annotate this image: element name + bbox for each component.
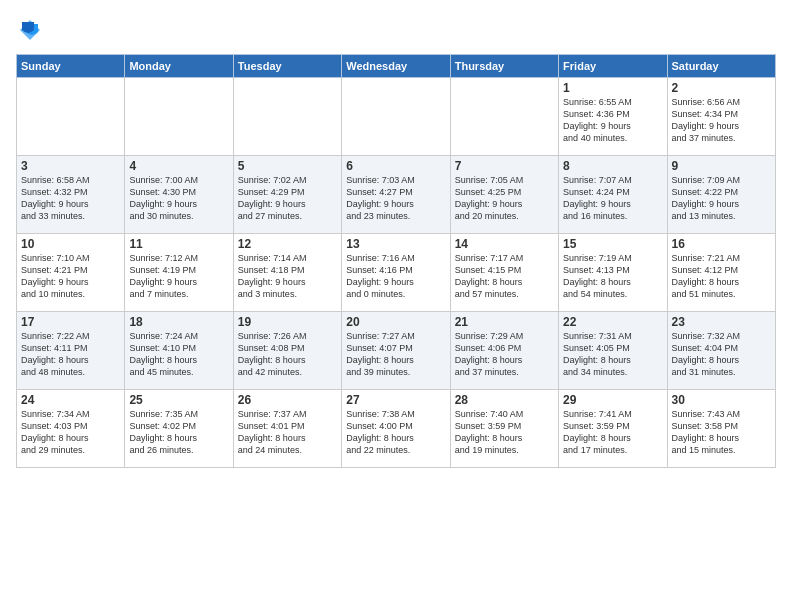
day-cell: 12Sunrise: 7:14 AM Sunset: 4:18 PM Dayli… xyxy=(233,234,341,312)
day-info: Sunrise: 7:35 AM Sunset: 4:02 PM Dayligh… xyxy=(129,408,228,457)
day-number: 11 xyxy=(129,237,228,251)
day-cell: 25Sunrise: 7:35 AM Sunset: 4:02 PM Dayli… xyxy=(125,390,233,468)
weekday-monday: Monday xyxy=(125,55,233,78)
day-cell: 14Sunrise: 7:17 AM Sunset: 4:15 PM Dayli… xyxy=(450,234,558,312)
day-info: Sunrise: 7:03 AM Sunset: 4:27 PM Dayligh… xyxy=(346,174,445,223)
week-row-1: 1Sunrise: 6:55 AM Sunset: 4:36 PM Daylig… xyxy=(17,78,776,156)
day-cell: 15Sunrise: 7:19 AM Sunset: 4:13 PM Dayli… xyxy=(559,234,667,312)
day-info: Sunrise: 7:05 AM Sunset: 4:25 PM Dayligh… xyxy=(455,174,554,223)
day-info: Sunrise: 7:32 AM Sunset: 4:04 PM Dayligh… xyxy=(672,330,771,379)
day-info: Sunrise: 6:58 AM Sunset: 4:32 PM Dayligh… xyxy=(21,174,120,223)
day-info: Sunrise: 7:34 AM Sunset: 4:03 PM Dayligh… xyxy=(21,408,120,457)
day-info: Sunrise: 7:17 AM Sunset: 4:15 PM Dayligh… xyxy=(455,252,554,301)
day-cell: 17Sunrise: 7:22 AM Sunset: 4:11 PM Dayli… xyxy=(17,312,125,390)
day-info: Sunrise: 7:22 AM Sunset: 4:11 PM Dayligh… xyxy=(21,330,120,379)
day-cell: 30Sunrise: 7:43 AM Sunset: 3:58 PM Dayli… xyxy=(667,390,775,468)
day-cell: 5Sunrise: 7:02 AM Sunset: 4:29 PM Daylig… xyxy=(233,156,341,234)
day-info: Sunrise: 7:02 AM Sunset: 4:29 PM Dayligh… xyxy=(238,174,337,223)
day-number: 26 xyxy=(238,393,337,407)
day-cell: 20Sunrise: 7:27 AM Sunset: 4:07 PM Dayli… xyxy=(342,312,450,390)
day-info: Sunrise: 6:55 AM Sunset: 4:36 PM Dayligh… xyxy=(563,96,662,145)
day-cell: 26Sunrise: 7:37 AM Sunset: 4:01 PM Dayli… xyxy=(233,390,341,468)
day-number: 2 xyxy=(672,81,771,95)
day-cell: 4Sunrise: 7:00 AM Sunset: 4:30 PM Daylig… xyxy=(125,156,233,234)
weekday-sunday: Sunday xyxy=(17,55,125,78)
day-cell: 22Sunrise: 7:31 AM Sunset: 4:05 PM Dayli… xyxy=(559,312,667,390)
day-info: Sunrise: 7:26 AM Sunset: 4:08 PM Dayligh… xyxy=(238,330,337,379)
day-info: Sunrise: 7:16 AM Sunset: 4:16 PM Dayligh… xyxy=(346,252,445,301)
day-info: Sunrise: 7:19 AM Sunset: 4:13 PM Dayligh… xyxy=(563,252,662,301)
day-number: 7 xyxy=(455,159,554,173)
day-cell: 16Sunrise: 7:21 AM Sunset: 4:12 PM Dayli… xyxy=(667,234,775,312)
day-info: Sunrise: 7:12 AM Sunset: 4:19 PM Dayligh… xyxy=(129,252,228,301)
day-cell: 28Sunrise: 7:40 AM Sunset: 3:59 PM Dayli… xyxy=(450,390,558,468)
day-number: 13 xyxy=(346,237,445,251)
day-cell xyxy=(450,78,558,156)
day-info: Sunrise: 7:24 AM Sunset: 4:10 PM Dayligh… xyxy=(129,330,228,379)
day-cell: 10Sunrise: 7:10 AM Sunset: 4:21 PM Dayli… xyxy=(17,234,125,312)
day-number: 21 xyxy=(455,315,554,329)
day-cell xyxy=(125,78,233,156)
day-cell: 3Sunrise: 6:58 AM Sunset: 4:32 PM Daylig… xyxy=(17,156,125,234)
day-cell: 7Sunrise: 7:05 AM Sunset: 4:25 PM Daylig… xyxy=(450,156,558,234)
day-cell: 9Sunrise: 7:09 AM Sunset: 4:22 PM Daylig… xyxy=(667,156,775,234)
day-info: Sunrise: 7:09 AM Sunset: 4:22 PM Dayligh… xyxy=(672,174,771,223)
day-number: 24 xyxy=(21,393,120,407)
day-number: 25 xyxy=(129,393,228,407)
day-number: 28 xyxy=(455,393,554,407)
day-number: 22 xyxy=(563,315,662,329)
page: SundayMondayTuesdayWednesdayThursdayFrid… xyxy=(0,0,792,612)
day-cell: 18Sunrise: 7:24 AM Sunset: 4:10 PM Dayli… xyxy=(125,312,233,390)
day-info: Sunrise: 6:56 AM Sunset: 4:34 PM Dayligh… xyxy=(672,96,771,145)
day-number: 5 xyxy=(238,159,337,173)
day-number: 20 xyxy=(346,315,445,329)
day-number: 1 xyxy=(563,81,662,95)
day-cell xyxy=(342,78,450,156)
week-row-5: 24Sunrise: 7:34 AM Sunset: 4:03 PM Dayli… xyxy=(17,390,776,468)
day-number: 23 xyxy=(672,315,771,329)
logo-icon xyxy=(16,16,44,44)
weekday-wednesday: Wednesday xyxy=(342,55,450,78)
day-cell: 29Sunrise: 7:41 AM Sunset: 3:59 PM Dayli… xyxy=(559,390,667,468)
day-number: 6 xyxy=(346,159,445,173)
day-cell: 24Sunrise: 7:34 AM Sunset: 4:03 PM Dayli… xyxy=(17,390,125,468)
day-number: 29 xyxy=(563,393,662,407)
day-number: 27 xyxy=(346,393,445,407)
day-number: 17 xyxy=(21,315,120,329)
day-cell: 19Sunrise: 7:26 AM Sunset: 4:08 PM Dayli… xyxy=(233,312,341,390)
weekday-header-row: SundayMondayTuesdayWednesdayThursdayFrid… xyxy=(17,55,776,78)
day-cell: 11Sunrise: 7:12 AM Sunset: 4:19 PM Dayli… xyxy=(125,234,233,312)
day-number: 4 xyxy=(129,159,228,173)
day-number: 19 xyxy=(238,315,337,329)
day-number: 8 xyxy=(563,159,662,173)
day-cell: 27Sunrise: 7:38 AM Sunset: 4:00 PM Dayli… xyxy=(342,390,450,468)
day-number: 15 xyxy=(563,237,662,251)
day-info: Sunrise: 7:31 AM Sunset: 4:05 PM Dayligh… xyxy=(563,330,662,379)
day-number: 9 xyxy=(672,159,771,173)
week-row-3: 10Sunrise: 7:10 AM Sunset: 4:21 PM Dayli… xyxy=(17,234,776,312)
day-cell: 1Sunrise: 6:55 AM Sunset: 4:36 PM Daylig… xyxy=(559,78,667,156)
day-cell: 2Sunrise: 6:56 AM Sunset: 4:34 PM Daylig… xyxy=(667,78,775,156)
day-cell: 23Sunrise: 7:32 AM Sunset: 4:04 PM Dayli… xyxy=(667,312,775,390)
day-info: Sunrise: 7:10 AM Sunset: 4:21 PM Dayligh… xyxy=(21,252,120,301)
header xyxy=(16,16,776,44)
week-row-2: 3Sunrise: 6:58 AM Sunset: 4:32 PM Daylig… xyxy=(17,156,776,234)
day-info: Sunrise: 7:07 AM Sunset: 4:24 PM Dayligh… xyxy=(563,174,662,223)
day-number: 3 xyxy=(21,159,120,173)
day-info: Sunrise: 7:37 AM Sunset: 4:01 PM Dayligh… xyxy=(238,408,337,457)
day-cell xyxy=(233,78,341,156)
day-info: Sunrise: 7:00 AM Sunset: 4:30 PM Dayligh… xyxy=(129,174,228,223)
day-cell: 21Sunrise: 7:29 AM Sunset: 4:06 PM Dayli… xyxy=(450,312,558,390)
day-info: Sunrise: 7:21 AM Sunset: 4:12 PM Dayligh… xyxy=(672,252,771,301)
day-info: Sunrise: 7:29 AM Sunset: 4:06 PM Dayligh… xyxy=(455,330,554,379)
day-number: 16 xyxy=(672,237,771,251)
day-number: 14 xyxy=(455,237,554,251)
weekday-thursday: Thursday xyxy=(450,55,558,78)
day-number: 12 xyxy=(238,237,337,251)
day-number: 30 xyxy=(672,393,771,407)
calendar-table: SundayMondayTuesdayWednesdayThursdayFrid… xyxy=(16,54,776,468)
weekday-friday: Friday xyxy=(559,55,667,78)
day-cell: 8Sunrise: 7:07 AM Sunset: 4:24 PM Daylig… xyxy=(559,156,667,234)
week-row-4: 17Sunrise: 7:22 AM Sunset: 4:11 PM Dayli… xyxy=(17,312,776,390)
logo xyxy=(16,16,48,44)
